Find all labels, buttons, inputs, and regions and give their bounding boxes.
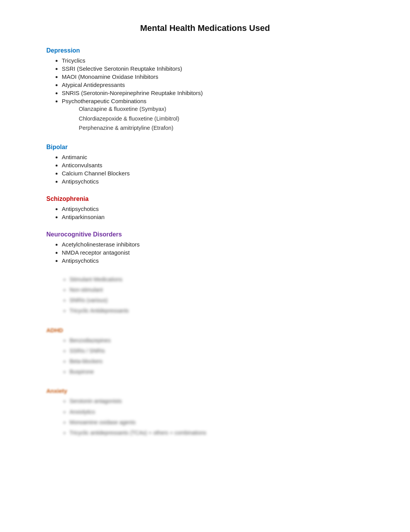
list-item: Psychotherapeutic CombinationsOlanzapine… [62, 98, 364, 133]
list-item: Antimanic [62, 154, 364, 160]
blurred-neurocognitive-extra: Stimulant Medications Non-stimulant SNRI… [46, 275, 364, 316]
list-item: SNRIS (Serotonin-Norepinephrine Reuptake… [62, 90, 364, 96]
sub-item: Olanzapine & fluoxetine (Symbyax) [79, 104, 364, 114]
section-heading-bipolar: Bipolar [46, 144, 364, 151]
sub-item: Chlordiazepoxide & fluoxetine (Limbitrol… [79, 114, 364, 124]
section-bipolar: BipolarAntimanicAnticonvulsantsCalcium C… [46, 144, 364, 185]
list-item: Atypical Antidepressants [62, 82, 364, 88]
list-item: Antipsychotics [62, 257, 364, 264]
list-item: Tricyclics [62, 57, 364, 64]
list-item: SSRI (Selective Serotonin Reuptake Inhib… [62, 65, 364, 72]
section-schizophrenia: SchizophreniaAntipsychoticsAntiparkinson… [46, 195, 364, 220]
list-item: Antipsychotics [62, 178, 364, 185]
list-item: Calcium Channel Blockers [62, 170, 364, 177]
blurred-section-anxiety: Anxiety Serotonin antagonists Anxiolytic… [46, 388, 364, 438]
medication-list-bipolar: AntimanicAnticonvulsantsCalcium Channel … [46, 154, 364, 185]
section-heading-depression: Depression [46, 47, 364, 54]
medication-list-depression: TricyclicsSSRI (Selective Serotonin Reup… [46, 57, 364, 133]
list-item: Acetylcholinesterase inhibitors [62, 241, 364, 248]
list-item: NMDA receptor antagonist [62, 249, 364, 256]
section-depression: DepressionTricyclicsSSRI (Selective Sero… [46, 47, 364, 133]
section-heading-schizophrenia: Schizophrenia [46, 195, 364, 202]
list-item: Antiparkinsonian [62, 214, 364, 220]
list-item: MAOI (Monoamine Oxidase Inhibitors [62, 73, 364, 80]
list-item: Anticonvulsants [62, 162, 364, 168]
section-heading-neurocognitive: Neurocognitive Disorders [46, 231, 364, 238]
blurred-section-adhd: ADHD Benzodiazepines SSRIs / SNRIs Beta-… [46, 327, 364, 377]
sub-items: Olanzapine & fluoxetine (Symbyax)Chlordi… [62, 104, 364, 133]
sub-item: Perphenazine & amitriptyline (Etrafon) [79, 123, 364, 133]
list-item: Antipsychotics [62, 206, 364, 212]
medication-list-schizophrenia: AntipsychoticsAntiparkinsonian [46, 206, 364, 220]
medication-list-neurocognitive: Acetylcholinesterase inhibitorsNMDA rece… [46, 241, 364, 264]
section-neurocognitive: Neurocognitive DisordersAcetylcholineste… [46, 231, 364, 264]
page-title: Mental Health Medications Used [46, 23, 364, 33]
